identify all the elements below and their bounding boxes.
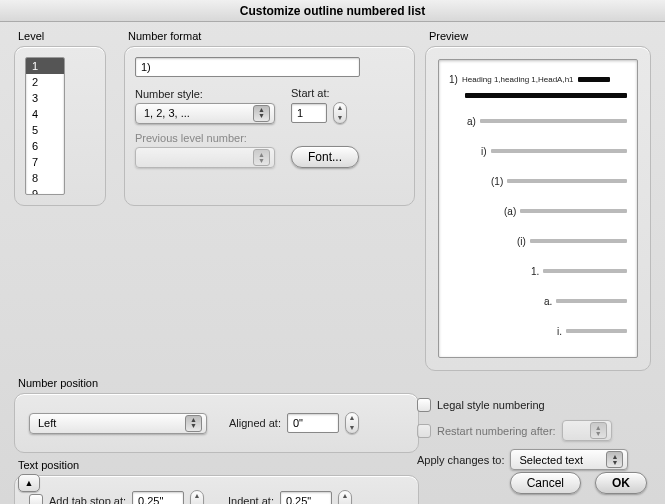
preview-num: 1) [449, 74, 458, 85]
preview-num: i) [481, 146, 487, 157]
preview-bar [566, 329, 627, 333]
number-style-value: 1, 2, 3, ... [144, 107, 190, 119]
start-at-stepper[interactable]: ▲▼ [333, 102, 347, 124]
aligned-at-stepper[interactable]: ▲▼ [345, 412, 359, 434]
apply-changes-value: Selected text [519, 454, 583, 466]
level-item[interactable]: 5 [26, 122, 64, 138]
level-panel: 123456789 [14, 46, 106, 206]
number-style-label: Number style: [135, 88, 285, 100]
preview-num: (i) [517, 236, 526, 247]
ok-button[interactable]: OK [595, 472, 647, 494]
preview-panel: 1)Heading 1,heading 1,HeadA,h1a)i)(1)(a)… [425, 46, 651, 371]
number-format-input[interactable] [135, 57, 360, 77]
number-format-panel: Number style: 1, 2, 3, ... ▲▼ Start at: … [124, 46, 415, 206]
level-item[interactable]: 1 [26, 58, 64, 74]
preview-bar [530, 239, 627, 243]
cancel-button[interactable]: Cancel [510, 472, 581, 494]
preview-bar [465, 93, 627, 98]
preview-row: (i) [449, 226, 627, 256]
indent-at-label: Indent at: [228, 495, 274, 504]
preview-bar [520, 209, 627, 213]
number-position-panel: Left ▲▼ Aligned at: ▲▼ [14, 393, 419, 453]
apply-changes-select[interactable]: Selected text ▲▼ [510, 449, 628, 470]
restart-label: Restart numbering after: [437, 425, 556, 437]
legal-checkbox[interactable] [417, 398, 431, 412]
tab-at-input[interactable] [132, 491, 184, 504]
text-position-label: Text position [18, 459, 419, 471]
preview-num: (1) [491, 176, 503, 187]
number-position-label: Number position [18, 377, 419, 389]
position-align-select[interactable]: Left ▲▼ [29, 413, 207, 434]
preview-row: 1. [449, 256, 627, 286]
chevron-updown-icon: ▲▼ [253, 149, 270, 166]
dialog-footer: Cancel OK [510, 472, 647, 494]
add-tab-label: Add tab stop at: [49, 495, 126, 504]
chevron-updown-icon: ▲▼ [606, 451, 623, 468]
prev-level-label: Previous level number: [135, 132, 285, 144]
level-item[interactable]: 7 [26, 154, 64, 170]
preview-num: 1. [531, 266, 539, 277]
chevron-updown-icon: ▲▼ [253, 105, 270, 122]
start-at-input[interactable] [291, 103, 327, 123]
aligned-at-input[interactable] [287, 413, 339, 433]
restart-checkbox [417, 424, 431, 438]
add-tab-checkbox[interactable] [29, 494, 43, 504]
indent-at-stepper[interactable]: ▲▼ [338, 490, 352, 504]
dialog-body: Level 123456789 Number format Number sty… [0, 22, 665, 504]
preview-heading-text: Heading 1,heading 1,HeadA,h1 [462, 75, 574, 84]
position-align-value: Left [38, 417, 56, 429]
tab-at-stepper[interactable]: ▲▼ [190, 490, 204, 504]
preview-row: i. [449, 316, 627, 346]
dialog-title: Customize outline numbered list [0, 0, 665, 22]
preview-bar [556, 299, 627, 303]
level-label: Level [18, 30, 114, 42]
preview-bar [578, 77, 610, 82]
restart-select: ▲▼ [562, 420, 612, 441]
preview-box: 1)Heading 1,heading 1,HeadA,h1a)i)(1)(a)… [438, 59, 638, 358]
chevron-updown-icon: ▲▼ [185, 415, 202, 432]
level-item[interactable]: 4 [26, 106, 64, 122]
triangle-up-icon: ▲ [25, 478, 34, 488]
legal-label: Legal style numbering [437, 399, 545, 411]
preview-row: i) [449, 136, 627, 166]
preview-num: (a) [504, 206, 516, 217]
preview-num: a. [544, 296, 552, 307]
aligned-at-label: Aligned at: [229, 417, 281, 429]
level-item[interactable]: 2 [26, 74, 64, 90]
number-style-select[interactable]: 1, 2, 3, ... ▲▼ [135, 103, 275, 124]
preview-row: 1)Heading 1,heading 1,HeadA,h1 [449, 70, 627, 88]
collapse-toggle[interactable]: ▲ [18, 474, 40, 492]
level-item[interactable]: 8 [26, 170, 64, 186]
prev-level-select: ▲▼ [135, 147, 275, 168]
text-position-panel: Add tab stop at: ▲▼ Indent at: ▲▼ [14, 475, 419, 504]
font-button[interactable]: Font... [291, 146, 359, 168]
preview-row: (1) [449, 166, 627, 196]
start-at-label: Start at: [291, 87, 347, 99]
lower-right: Legal style numbering Restart numbering … [417, 398, 647, 470]
level-item[interactable]: 9 [26, 186, 64, 195]
preview-bar [507, 179, 627, 183]
preview-bar [543, 269, 627, 273]
preview-row: (a) [449, 196, 627, 226]
preview-num: a) [467, 116, 476, 127]
apply-changes-label: Apply changes to: [417, 454, 504, 466]
preview-num: i. [557, 326, 562, 337]
preview-label: Preview [429, 30, 651, 42]
preview-bar [491, 149, 627, 153]
preview-row: a) [449, 106, 627, 136]
preview-bar [480, 119, 627, 123]
number-format-label: Number format [128, 30, 415, 42]
preview-row: a. [449, 286, 627, 316]
chevron-updown-icon: ▲▼ [590, 422, 607, 439]
level-item[interactable]: 3 [26, 90, 64, 106]
indent-at-input[interactable] [280, 491, 332, 504]
level-item[interactable]: 6 [26, 138, 64, 154]
level-list[interactable]: 123456789 [25, 57, 65, 195]
